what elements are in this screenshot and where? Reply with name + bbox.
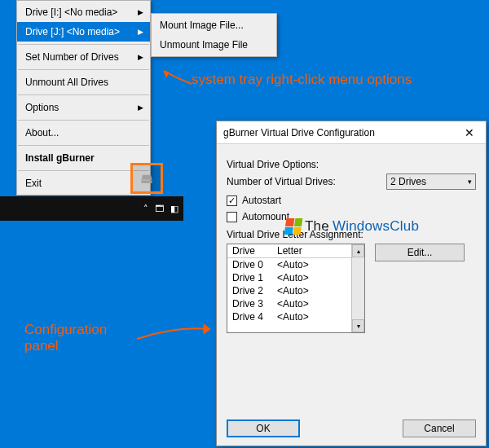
group-vd-options: Virtual Drive Options: xyxy=(227,159,476,170)
chevron-down-icon: ▾ xyxy=(468,178,472,186)
list-item[interactable]: Drive 4<Auto> xyxy=(227,310,351,323)
drive-icon xyxy=(139,170,155,187)
arrow-icon xyxy=(135,321,217,345)
menu-sep xyxy=(18,69,149,70)
chevron-right-icon: ▶ xyxy=(138,28,143,36)
menu-sep xyxy=(18,120,149,121)
menu-drive-j[interactable]: Drive [J:] <No media> ▶ xyxy=(17,22,150,42)
list-item[interactable]: Drive 1<Auto> xyxy=(227,271,351,284)
chevron-right-icon: ▶ xyxy=(138,8,143,16)
close-button[interactable]: ✕ xyxy=(453,121,486,143)
menu-unmount-all[interactable]: Unmount All Drives xyxy=(17,72,150,92)
scrollbar[interactable]: ▴ ▾ xyxy=(351,244,364,332)
list-item[interactable]: Drive 2<Auto> xyxy=(227,284,351,297)
battery-icon[interactable]: 🗔 xyxy=(155,204,164,213)
drive-letter-list[interactable]: Drive Letter Drive 0<Auto> Drive 1<Auto>… xyxy=(227,244,365,333)
menu-drive-i[interactable]: Drive [I:] <No media> ▶ xyxy=(17,2,150,22)
close-icon: ✕ xyxy=(465,126,474,139)
dialog-title: gBurner Virtual Drive Configuration xyxy=(223,127,453,138)
cancel-button[interactable]: Cancel xyxy=(403,419,476,437)
menu-options[interactable]: Options ▶ xyxy=(17,98,150,117)
tray-icon-highlighted[interactable] xyxy=(130,163,163,194)
annotation-tray: system tray right-click menu options xyxy=(192,72,412,88)
chevron-right-icon: ▶ xyxy=(138,53,143,61)
menu-sep xyxy=(18,145,149,146)
list-item[interactable]: Drive 3<Auto> xyxy=(227,297,351,310)
menu-about[interactable]: About... xyxy=(17,123,150,143)
dialog-titlebar: gBurner Virtual Drive Configuration ✕ xyxy=(217,121,486,144)
context-submenu: Mount Image File... Unmount Image File xyxy=(151,13,277,57)
edit-button[interactable]: Edit... xyxy=(375,244,465,261)
menu-sep xyxy=(18,44,149,45)
ok-button[interactable]: OK xyxy=(227,419,300,437)
automount-label: Automount xyxy=(242,211,289,222)
autostart-checkbox[interactable]: ✓ xyxy=(227,195,237,206)
scroll-down-icon[interactable]: ▾ xyxy=(352,319,364,332)
num-drives-value: 2 Drives xyxy=(390,176,426,187)
menu-sep xyxy=(18,170,149,171)
autostart-label: Autostart xyxy=(242,195,281,206)
menu-set-num-drives[interactable]: Set Number of Drives ▶ xyxy=(17,47,150,67)
watermark: TheWindowsClub xyxy=(285,218,419,235)
annotation-config: Configuration panel xyxy=(24,322,107,355)
chevron-right-icon: ▶ xyxy=(138,103,143,112)
windows-logo-icon xyxy=(284,218,303,235)
menu-mount-image[interactable]: Mount Image File... xyxy=(152,15,276,35)
num-drives-select[interactable]: 2 Drives ▾ xyxy=(386,173,476,190)
network-icon[interactable]: ◧ xyxy=(170,204,178,214)
scroll-up-icon[interactable]: ▴ xyxy=(352,244,364,257)
menu-unmount-image[interactable]: Unmount Image File xyxy=(152,35,276,55)
menu-sep xyxy=(18,94,149,95)
tray-chevron-icon[interactable]: ˄ xyxy=(143,204,148,214)
taskbar: ˄ 🗔 ◧ xyxy=(0,196,183,221)
config-dialog: gBurner Virtual Drive Configuration ✕ Vi… xyxy=(216,121,487,446)
list-item[interactable]: Drive 0<Auto> xyxy=(227,258,351,271)
num-drives-label: Number of Virtual Drives: xyxy=(227,176,386,187)
arrow-icon xyxy=(159,69,195,102)
automount-checkbox[interactable] xyxy=(227,212,237,222)
list-header: Drive Letter xyxy=(227,244,351,258)
